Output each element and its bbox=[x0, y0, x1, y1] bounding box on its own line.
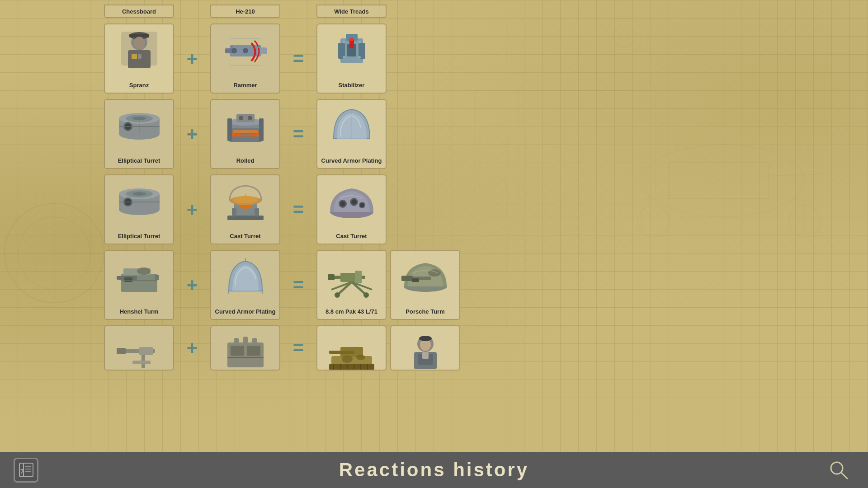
partial-card-chessboard: Chessboard bbox=[104, 5, 174, 18]
card-porsche[interactable]: Porsche Turm bbox=[390, 250, 460, 320]
image-elliptical-turret-1 bbox=[112, 103, 166, 149]
svg-rect-130 bbox=[234, 338, 239, 345]
card-rammer[interactable]: Rammer bbox=[210, 23, 280, 94]
image-partial-gun bbox=[112, 330, 166, 371]
label-curved-armor-2: Curved Armor Plating bbox=[213, 308, 278, 315]
card-partial-person2[interactable] bbox=[390, 325, 460, 371]
svg-rect-128 bbox=[231, 346, 244, 356]
operator-eq-5: = bbox=[280, 337, 316, 359]
svg-rect-124 bbox=[117, 348, 126, 354]
result-cards-1: Stabilizer bbox=[316, 23, 387, 94]
search-button[interactable] bbox=[827, 459, 850, 481]
svg-rect-132 bbox=[252, 338, 257, 345]
image-partial-person2 bbox=[398, 330, 453, 371]
svg-rect-121 bbox=[412, 278, 419, 282]
card-stabilizer[interactable]: Stabilizer bbox=[316, 23, 387, 94]
svg-point-50 bbox=[343, 56, 345, 59]
operator-eq-1: = bbox=[280, 48, 316, 70]
svg-rect-30 bbox=[132, 54, 137, 59]
image-porsche bbox=[398, 254, 453, 300]
svg-point-99 bbox=[137, 267, 151, 275]
svg-point-145 bbox=[356, 355, 365, 360]
image-cast-process bbox=[218, 179, 273, 224]
svg-rect-69 bbox=[233, 130, 258, 133]
card-rolled[interactable]: Rolled bbox=[210, 99, 280, 169]
card-cast-turret[interactable]: Cast Turret bbox=[316, 174, 387, 244]
card-henshel[interactable]: Henshel Turm bbox=[104, 250, 174, 320]
reaction-row-elliptical-rolled: Elliptical Turret + bbox=[104, 99, 764, 169]
label-porsche: Porsche Turm bbox=[404, 308, 446, 315]
svg-rect-136 bbox=[329, 351, 354, 354]
svg-rect-109 bbox=[328, 274, 335, 280]
svg-rect-26 bbox=[128, 50, 151, 68]
result-cards-4: 8.8 cm Pak 43 L/71 bbox=[316, 250, 460, 320]
operator-eq-2: = bbox=[280, 123, 316, 145]
image-curved-armor-2 bbox=[218, 254, 273, 300]
operator-plus-4: + bbox=[174, 274, 210, 296]
history-icon[interactable]: 7 bbox=[14, 458, 38, 483]
svg-point-144 bbox=[342, 356, 353, 363]
card-88pak[interactable]: 8.8 cm Pak 43 L/71 bbox=[316, 250, 387, 320]
partial-label-chessboard: Chessboard bbox=[122, 8, 156, 15]
label-curved-armor: Curved Armor Plating bbox=[320, 157, 384, 164]
image-rolled bbox=[218, 103, 273, 149]
card-partial-engine[interactable] bbox=[210, 325, 280, 371]
bottom-bar: 7 Reactions history bbox=[0, 452, 868, 488]
card-cast-process[interactable]: Cast Turret bbox=[210, 174, 280, 244]
svg-point-29 bbox=[134, 37, 145, 49]
label-elliptical-2: Elliptical Turret bbox=[116, 233, 162, 240]
result-cards-5 bbox=[316, 325, 460, 371]
svg-point-49 bbox=[358, 41, 361, 43]
svg-point-78 bbox=[132, 192, 146, 196]
card-partial-gun[interactable] bbox=[104, 325, 174, 371]
card-curved-armor[interactable]: Curved Armor Plating bbox=[316, 99, 387, 169]
scroll-area[interactable]: Chessboard He-210 Wide Treads bbox=[0, 0, 868, 452]
card-elliptical-turret-1[interactable]: Elliptical Turret bbox=[104, 99, 174, 169]
reaction-row-spranz: Spranz + bbox=[104, 23, 764, 94]
image-elliptical-turret-2 bbox=[112, 179, 166, 224]
operator-plus-2: + bbox=[174, 123, 210, 145]
svg-point-35 bbox=[231, 48, 237, 53]
svg-rect-108 bbox=[340, 273, 356, 282]
svg-rect-131 bbox=[243, 337, 248, 345]
label-rammer: Rammer bbox=[231, 82, 259, 89]
label-cast-turret: Cast Turret bbox=[334, 233, 368, 240]
image-88pak bbox=[325, 254, 379, 300]
operator-plus-1: + bbox=[174, 48, 210, 70]
svg-point-85 bbox=[233, 196, 258, 203]
card-spranz[interactable]: Spranz bbox=[104, 23, 174, 94]
svg-rect-119 bbox=[401, 276, 413, 281]
svg-point-91 bbox=[340, 201, 345, 206]
image-curved-armor bbox=[325, 103, 379, 149]
svg-point-115 bbox=[363, 292, 369, 298]
partial-label-widetreads: Wide Treads bbox=[334, 8, 368, 15]
svg-point-95 bbox=[360, 203, 364, 207]
label-elliptical-1: Elliptical Turret bbox=[116, 157, 162, 164]
svg-point-114 bbox=[335, 292, 340, 298]
svg-point-37 bbox=[231, 45, 233, 48]
svg-point-38 bbox=[258, 45, 260, 48]
partial-card-widetreads: Wide Treads bbox=[316, 5, 387, 18]
operator-eq-4: = bbox=[280, 274, 316, 296]
result-cards-2: Curved Armor Plating bbox=[316, 99, 387, 169]
card-curved-armor-2[interactable]: Curved Armor Plating bbox=[210, 250, 280, 320]
image-rammer bbox=[218, 28, 273, 73]
label-88pak: 8.8 cm Pak 43 L/71 bbox=[324, 308, 379, 315]
image-spranz bbox=[112, 28, 166, 73]
svg-rect-66 bbox=[228, 136, 263, 142]
svg-text:7: 7 bbox=[20, 468, 24, 475]
svg-point-72 bbox=[248, 116, 252, 120]
result-cards-3: Cast Turret bbox=[316, 174, 387, 244]
reaction-row-bottom-partial: + = bbox=[104, 325, 764, 371]
svg-point-48 bbox=[343, 41, 345, 43]
label-rolled: Rolled bbox=[235, 157, 256, 164]
reaction-row-henshel: Henshel Turm + Curved Arm bbox=[104, 250, 764, 320]
operator-plus-3: + bbox=[174, 199, 210, 221]
svg-point-149 bbox=[419, 336, 432, 341]
card-elliptical-turret-2[interactable]: Elliptical Turret bbox=[104, 174, 174, 244]
card-partial-tank[interactable] bbox=[316, 325, 387, 371]
svg-rect-101 bbox=[155, 275, 159, 280]
svg-point-71 bbox=[239, 116, 243, 120]
svg-rect-68 bbox=[259, 118, 264, 141]
label-cast-process: Cast Turret bbox=[228, 233, 262, 240]
